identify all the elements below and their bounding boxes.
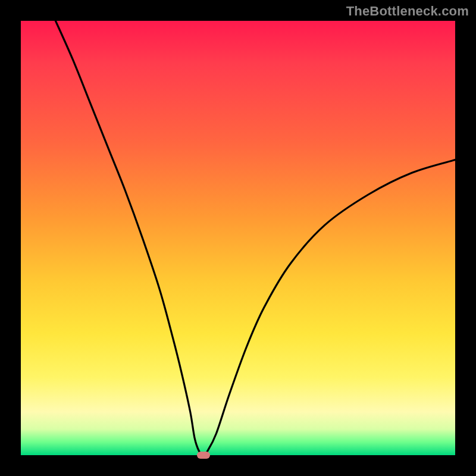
plot-area <box>21 21 455 455</box>
chart-frame: TheBottleneck.com <box>0 0 476 476</box>
optimal-point-marker <box>197 452 210 459</box>
bottleneck-curve <box>21 21 455 455</box>
watermark-text: TheBottleneck.com <box>346 4 469 19</box>
